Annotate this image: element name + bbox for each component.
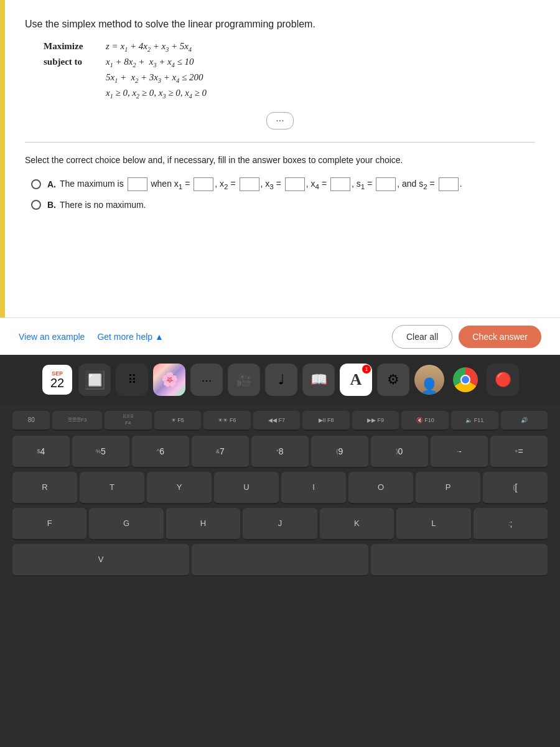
constraint3: x1 ≥ 0, x2 ≥ 0, x3 ≥ 0, x4 ≥ 0 [106,88,207,100]
number-row: $ 4 % 5 ^ 6 & 7 * 8 ( 9 ) 0 - - [12,436,548,468]
key-u[interactable]: U [214,472,279,504]
maximize-label: Maximize [44,41,106,52]
qwerty-row-2: F G H J K L : ; [12,508,548,540]
select-instruction: Select the correct choice below and, if … [25,155,535,165]
key-f3[interactable]: ☰☰☰ F3 [52,411,102,431]
content-area: Use the simplex method to solve the line… [0,0,560,355]
key-n[interactable] [371,544,548,576]
yellow-strip [0,0,5,355]
answer-s2[interactable] [439,177,459,191]
key-f11[interactable]: 🔈 F11 [451,411,498,431]
answer-box-max[interactable] [128,177,147,191]
dock-dots[interactable]: ⠿ [116,364,148,396]
key-j[interactable]: J [243,508,317,540]
answer-x2[interactable] [240,177,259,191]
key-minus[interactable]: - - [431,436,488,468]
key-f10[interactable]: 🔇 F10 [401,411,449,431]
dock-music[interactable]: ♩ [265,364,297,396]
choice-b-row: B. There is no maximum. [31,200,535,210]
dock-badge: 1 [362,365,371,374]
constraint1: x1 + 8x2 + x3 + x4 ≤ 10 [106,57,194,68]
key-f6[interactable]: ☀☀ F6 [203,411,251,431]
dock-date-widget: SEP 22 [42,365,72,395]
dock-finder[interactable]: 🔲 [78,364,111,396]
dock-photos[interactable]: 🌸 [153,364,185,396]
maximize-expr: z = x1 + 4x2 + x3 + 5x4 [106,41,192,53]
clear-all-button[interactable]: Clear all [392,325,452,349]
key-b[interactable] [192,544,368,576]
fn-row: 80 ☰☰☰ F3 ⠿⠿⠿ F4 ☀ F5 ☀☀ F6 ◀◀ F7 ▶II F8… [12,411,548,431]
key-esc[interactable]: 80 [12,411,50,431]
key-5[interactable]: % 5 [72,436,129,468]
dock-calendar[interactable]: SEP 22 [41,364,73,396]
dock-day: 22 [50,377,64,389]
problem-title: Use the simplex method to solve the line… [25,19,535,30]
footer-bar: View an example Get more help ▲ Clear al… [0,317,560,355]
radio-b[interactable] [31,200,41,210]
maximize-row: Maximize z = x1 + 4x2 + x3 + 5x4 [44,41,535,53]
key-6[interactable]: ^ 6 [132,436,189,468]
key-y[interactable]: Y [147,472,212,504]
key-7[interactable]: & 7 [192,436,249,468]
key-t[interactable]: T [80,472,144,504]
key-f[interactable]: F [12,508,86,540]
dock-books[interactable]: 📖 [302,364,335,396]
key-f12[interactable]: 🔊 [501,411,548,431]
key-k[interactable]: K [320,508,394,540]
dock-font-icon: A [350,370,362,389]
key-v[interactable]: V [12,544,189,576]
choice-a-row: A. The maximum is when x1 = , x2 = , x3 … [31,177,535,191]
dock-video[interactable]: 🎥 [228,364,260,396]
choice-a-label: A. [47,179,56,189]
key-8[interactable]: * 8 [251,436,309,468]
key-equals[interactable]: + = [490,436,548,468]
constraint2-row: 5x1 + x2 + 3x3 + x4 ≤ 200 [44,72,535,84]
key-p[interactable]: P [416,472,480,504]
get-more-help-label: Get more help ▲ [97,332,163,342]
key-f7[interactable]: ◀◀ F7 [253,411,301,431]
key-lbrace[interactable]: { [ [483,472,548,504]
dock-red-app[interactable]: 🔴 [487,364,519,396]
key-f8[interactable]: ▶II F8 [302,411,350,431]
key-colon[interactable]: : ; [474,508,548,540]
key-r[interactable]: R [12,472,77,504]
key-l[interactable]: L [396,508,470,540]
constraint3-row: x1 ≥ 0, x2 ≥ 0, x3 ≥ 0, x4 ≥ 0 [44,88,535,100]
keyboard-area: 80 ☰☰☰ F3 ⠿⠿⠿ F4 ☀ F5 ☀☀ F6 ◀◀ F7 ▶II F8… [0,405,560,747]
key-i[interactable]: I [281,472,346,504]
key-4[interactable]: $ 4 [12,436,70,468]
dock-profile[interactable]: 👤 [414,365,444,395]
qwerty-row-3: V [12,544,548,576]
key-0[interactable]: ) 0 [371,436,428,468]
key-h[interactable]: H [166,508,240,540]
key-o[interactable]: O [348,472,413,504]
choice-b-label: B. [47,200,56,210]
choice-a-text: The maximum is when x1 = , x2 = , x3 = ,… [60,177,462,191]
get-more-help-button[interactable]: Get more help ▲ [97,332,163,342]
answer-s1[interactable] [376,177,396,191]
dock-chrome[interactable] [449,364,482,396]
key-f9[interactable]: ▶▶ F9 [352,411,399,431]
view-example-button[interactable]: View an example [19,332,85,342]
radio-a[interactable] [31,179,41,189]
expand-button[interactable]: ··· [266,112,293,129]
expand-button-area: ··· [25,112,535,129]
dock-font[interactable]: A 1 [340,364,372,396]
answer-x3[interactable] [285,177,305,191]
dock-settings[interactable]: ⚙ [377,364,409,396]
choice-b-text: There is no maximum. [60,200,146,210]
answer-x1[interactable] [194,177,213,191]
dock-messages[interactable]: ··· [190,364,223,396]
key-f5[interactable]: ☀ F5 [154,411,202,431]
qwerty-row-1: R T Y U I O P { [ [12,472,548,504]
key-f4[interactable]: ⠿⠿⠿ F4 [105,411,152,431]
subject-row: subject to x1 + 8x2 + x3 + x4 ≤ 10 [44,57,535,68]
check-answer-button[interactable]: Check answer [459,326,541,348]
chrome-inner [460,375,470,385]
answer-x4[interactable] [330,177,350,191]
subject-label: subject to [44,57,106,67]
key-g[interactable]: G [89,508,163,540]
constraint2: 5x1 + x2 + 3x3 + x4 ≤ 200 [106,72,203,84]
key-9[interactable]: ( 9 [311,436,368,468]
math-section: Maximize z = x1 + 4x2 + x3 + 5x4 subject… [44,41,535,100]
